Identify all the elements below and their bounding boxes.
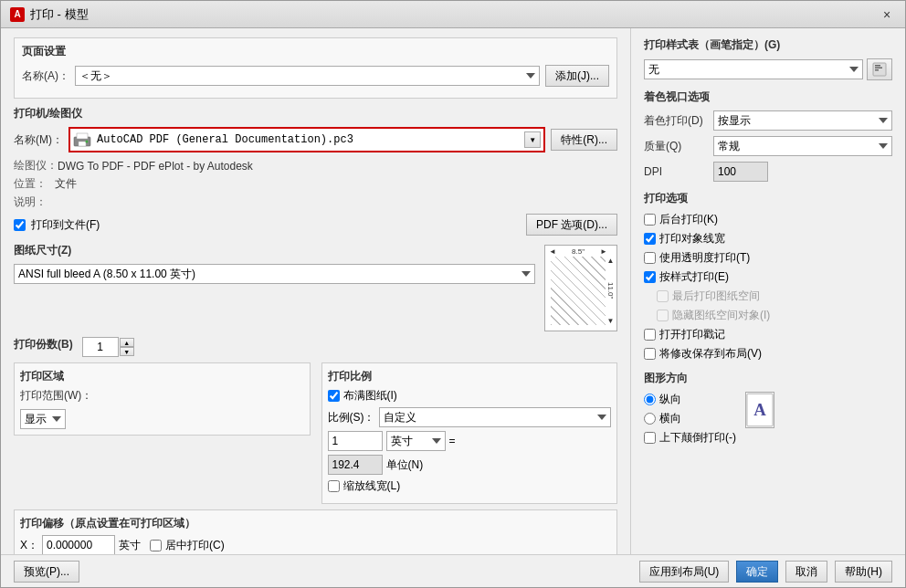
page-setup-row: 名称(A)： ＜无＞ 添加(J)... xyxy=(22,65,609,87)
ok-button[interactable]: 确定 xyxy=(736,561,778,583)
spinner-buttons: ▲ ▼ xyxy=(120,338,134,356)
printer-combo-arrow[interactable]: ▼ xyxy=(524,131,541,148)
open-log-row: 打开打印戳记 xyxy=(644,327,892,342)
print-to-file-row: 打印到文件(F) PDF 选项(D)... xyxy=(14,214,617,236)
portrait-row: 纵向 xyxy=(644,392,736,407)
open-log-label: 打开打印戳记 xyxy=(659,327,725,342)
scale-value1-input[interactable] xyxy=(328,431,383,451)
save-changes-row: 将修改保存到布局(V) xyxy=(644,346,892,362)
upside-down-checkbox[interactable] xyxy=(644,432,656,444)
page-setup-name-label: 名称(A)： xyxy=(22,68,69,84)
hide-objects-checkbox[interactable] xyxy=(657,310,669,321)
preview-button[interactable]: 预览(P)... xyxy=(14,561,79,583)
fit-paper-checkbox[interactable] xyxy=(328,390,340,402)
quality-combo[interactable]: 常规 xyxy=(713,136,892,156)
paper-width-label: 8.5" xyxy=(572,247,585,256)
print-range-combo[interactable]: 显示 xyxy=(20,409,66,429)
print-dialog: A 打印 - 模型 × 页面设置 名称(A)： ＜无＞ 添加(J)... 打印机 xyxy=(0,0,906,588)
line-width-label: 打印对象线宽 xyxy=(659,231,725,247)
printer-properties-button[interactable]: 特性(R)... xyxy=(551,129,617,151)
print-style-section: 打印样式表（画笔指定）(G) 无 xyxy=(644,37,892,80)
svg-rect-5 xyxy=(875,65,880,67)
shade-print-label: 着色打印(D) xyxy=(644,113,708,129)
close-button[interactable]: × xyxy=(878,5,896,24)
printer-name-row: 名称(M)： ▼ 特性(R)... xyxy=(14,127,617,152)
printer-section-title: 打印机/绘图仪 xyxy=(14,106,617,121)
scale-label: 比例(S)： xyxy=(328,410,375,425)
spinner-up[interactable]: ▲ xyxy=(120,338,134,347)
save-changes-checkbox[interactable] xyxy=(644,348,656,360)
printer-name-input[interactable] xyxy=(97,133,519,146)
x-input[interactable] xyxy=(42,535,115,555)
print-options-title: 打印选项 xyxy=(644,191,892,206)
last-paper-checkbox[interactable] xyxy=(657,290,669,302)
shade-print-row: 着色打印(D) 按显示 xyxy=(644,110,892,131)
center-print-checkbox[interactable] xyxy=(150,540,162,551)
svg-rect-2 xyxy=(79,142,86,146)
plotter-label: 绘图仪： xyxy=(14,158,58,173)
location-label: 位置： xyxy=(14,176,55,192)
app-icon: A xyxy=(10,7,25,22)
print-area-box: 打印区域 打印范围(W)： 显示 xyxy=(14,362,311,436)
scale-combo[interactable]: 自定义 xyxy=(379,407,612,427)
svg-point-3 xyxy=(86,141,89,143)
print-area-col: 打印区域 打印范围(W)： 显示 xyxy=(14,362,311,504)
page-setup-title: 页面设置 xyxy=(22,44,609,59)
paper-size-title: 图纸尺寸(Z) xyxy=(14,243,535,258)
portrait-radio[interactable] xyxy=(644,394,656,405)
line-width-checkbox[interactable] xyxy=(644,233,656,245)
dpi-label: DPI xyxy=(644,165,708,178)
paper-preview: ◄ 8.5" ► ▲ 11.0" ▼ xyxy=(544,245,617,331)
help-button[interactable]: 帮助(H) xyxy=(835,561,892,583)
fit-paper-label: 布满图纸(I) xyxy=(343,388,397,404)
portrait-label: 纵向 xyxy=(659,392,681,407)
pdf-options-button[interactable]: PDF 选项(D)... xyxy=(526,214,617,236)
cancel-button[interactable]: 取消 xyxy=(785,561,827,583)
dpi-row: DPI xyxy=(644,162,892,182)
print-scale-title: 打印比例 xyxy=(328,369,612,384)
print-style-title: 打印样式表（画笔指定）(G) xyxy=(644,37,892,53)
location-value: 文件 xyxy=(55,176,77,192)
scale-equals: = xyxy=(449,435,456,447)
print-style-edit-button[interactable] xyxy=(867,58,892,80)
location-row: 位置： 文件 xyxy=(14,176,617,192)
scale-value2-input[interactable] xyxy=(328,455,383,475)
upside-down-label: 上下颠倒打印(-) xyxy=(659,430,736,446)
landscape-radio[interactable] xyxy=(644,413,656,425)
style-print-row: 按样式打印(E) xyxy=(644,269,892,285)
printer-icon xyxy=(73,131,91,148)
paper-size-combo[interactable]: ANSI full bleed A (8.50 x 11.00 英寸) xyxy=(14,264,535,284)
print-style-combo[interactable]: 无 xyxy=(644,59,863,79)
transparency-checkbox[interactable] xyxy=(644,252,656,264)
plotter-row: 绘图仪： DWG To PDF - PDF ePlot - by Autodes… xyxy=(14,158,617,173)
print-area-title: 打印区域 xyxy=(20,369,304,384)
printer-section: 打印机/绘图仪 名称(M)： ▼ xyxy=(14,106,617,236)
printer-name-combo-box: ▼ xyxy=(68,127,545,152)
landscape-label: 横向 xyxy=(659,411,681,426)
plotter-value: DWG To PDF - PDF ePlot - by Autodesk xyxy=(58,160,253,173)
bg-print-checkbox[interactable] xyxy=(644,214,656,226)
page-setup-name-combo[interactable]: ＜无＞ xyxy=(75,66,540,86)
add-page-setup-button[interactable]: 添加(J)... xyxy=(545,65,609,87)
print-range-label: 打印范围(W)： xyxy=(20,388,92,404)
dpi-input[interactable] xyxy=(713,162,768,182)
scale-unit2-label: 单位(N) xyxy=(386,457,424,473)
scale-unit1-combo[interactable]: 英寸 xyxy=(386,431,446,451)
style-print-checkbox[interactable] xyxy=(644,271,656,283)
x-unit: 英寸 xyxy=(119,538,141,553)
x-label: X： xyxy=(20,538,38,553)
print-offset-title: 打印偏移（原点设置在可打印区域） xyxy=(20,516,611,531)
print-options-section: 打印选项 后台打印(K) 打印对象线宽 使用透明度打印(T) 按样式打印(E) xyxy=(644,191,892,362)
print-to-file-checkbox[interactable] xyxy=(14,219,26,231)
spinner-down[interactable]: ▼ xyxy=(120,347,134,356)
open-log-checkbox[interactable] xyxy=(644,329,656,341)
shrink-linewidth-checkbox[interactable] xyxy=(328,480,340,492)
landscape-row: 横向 xyxy=(644,411,736,426)
print-to-file-label: 打印到文件(F) xyxy=(31,217,100,233)
dialog-content: 页面设置 名称(A)： ＜无＞ 添加(J)... 打印机/绘图仪 名称(M)： xyxy=(1,28,905,587)
shade-print-combo[interactable]: 按显示 xyxy=(713,110,892,131)
svg-text:A: A xyxy=(753,400,766,419)
paper-height-label: 11.0" xyxy=(606,282,615,299)
apply-layout-button[interactable]: 应用到布局(U) xyxy=(639,561,730,583)
print-copies-input[interactable] xyxy=(82,337,119,357)
